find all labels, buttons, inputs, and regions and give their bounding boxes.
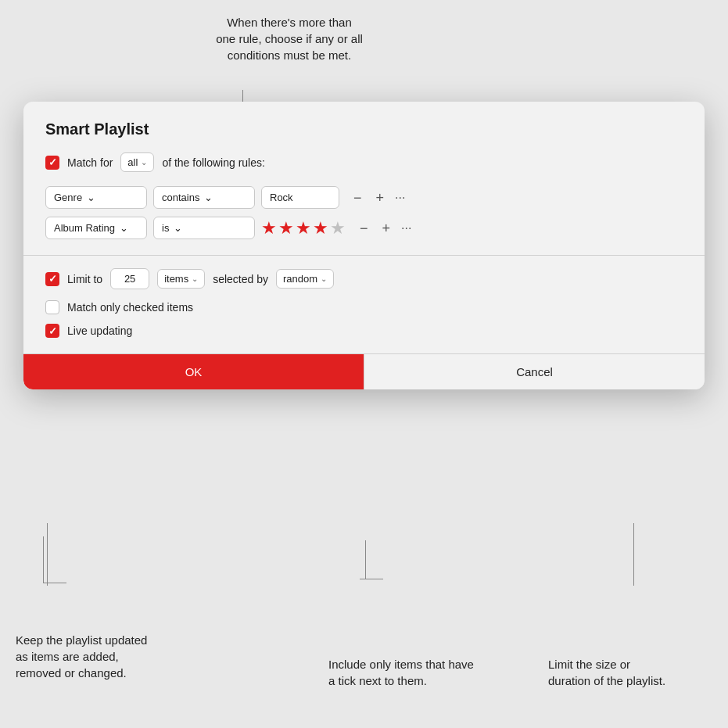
rule1-field-dropdown[interactable]: Genre ⌄ <box>45 186 147 209</box>
buttons-row: OK Cancel <box>23 353 705 389</box>
rule2-condition-dropdown[interactable]: is ⌄ <box>153 217 255 239</box>
match-only-checked-checkbox[interactable] <box>45 300 59 314</box>
bracket-line-bottom-center-h <box>360 579 383 579</box>
limit-unit-dropdown[interactable]: items ⌄ <box>157 269 205 289</box>
selected-by-label: selected by <box>213 273 268 285</box>
rule1-condition-dropdown[interactable]: contains ⌄ <box>153 186 255 209</box>
dialog-title: Smart Playlist <box>45 120 683 138</box>
rule1-actions: − + ··· <box>350 189 405 206</box>
star-3[interactable]: ★ <box>296 218 311 238</box>
rule1-field-arrow: ⌄ <box>87 192 95 203</box>
match-dropdown-arrow: ⌄ <box>141 158 147 167</box>
rule2-more-button[interactable]: ··· <box>401 221 411 235</box>
limit-unit-value: items <box>164 273 188 285</box>
smart-playlist-dialog: Smart Playlist Match for all ⌄ of the fo… <box>23 102 705 389</box>
rule1-condition-arrow: ⌄ <box>204 192 213 203</box>
match-dropdown-value: all <box>127 156 138 168</box>
selected-by-arrow: ⌄ <box>321 274 327 283</box>
limit-value-input[interactable] <box>110 268 149 289</box>
limit-checkbox[interactable] <box>45 272 59 286</box>
star-2[interactable]: ★ <box>278 218 294 238</box>
limit-unit-arrow: ⌄ <box>192 274 198 283</box>
rule1-remove-button[interactable]: − <box>350 189 365 206</box>
divider-1 <box>23 255 705 256</box>
cancel-button[interactable]: Cancel <box>364 354 705 389</box>
rule1-field-value: Genre <box>54 192 82 203</box>
star-5[interactable]: ★ <box>330 218 346 238</box>
limit-row: Limit to items ⌄ selected by random ⌄ <box>45 268 683 289</box>
match-label-after: of the following rules: <box>162 156 265 169</box>
bracket-line-bottom-right <box>633 523 634 586</box>
rule1-value-input[interactable]: Rock <box>261 186 339 209</box>
star-4[interactable]: ★ <box>313 218 328 238</box>
rule2-condition-value: is <box>162 222 169 234</box>
bottom-right-annotation: Limit the size orduration of the playlis… <box>548 656 712 689</box>
bottom-left-annotation: Keep the playlist updatedas items are ad… <box>16 632 180 681</box>
bottom-center-annotation: Include only items that havea tick next … <box>328 656 508 689</box>
bracket-line-bottom-center <box>365 540 366 579</box>
selected-by-dropdown[interactable]: random ⌄ <box>276 269 334 289</box>
rule2-remove-button[interactable]: − <box>357 220 371 237</box>
live-updating-row: Live updating <box>45 324 683 338</box>
rule2-field-dropdown[interactable]: Album Rating ⌄ <box>45 217 147 239</box>
top-annotation: When there's more than one rule, choose … <box>180 14 399 63</box>
rule1-add-button[interactable]: + <box>373 189 388 206</box>
rule1-condition-value: contains <box>162 192 199 203</box>
rule2-condition-arrow: ⌄ <box>174 222 182 234</box>
ok-button[interactable]: OK <box>23 354 364 389</box>
limit-label: Limit to <box>67 273 102 285</box>
match-checkbox[interactable] <box>45 156 59 170</box>
rule2-field-value: Album Rating <box>54 222 115 234</box>
rule2-actions: − + ··· <box>357 220 411 237</box>
live-updating-checkbox[interactable] <box>45 324 59 338</box>
match-label-before: Match for <box>67 156 113 169</box>
match-all-dropdown[interactable]: all ⌄ <box>120 152 154 172</box>
rule2-stars-value[interactable]: ★ ★ ★ ★ ★ <box>261 218 346 238</box>
match-only-checked-row: Match only checked items <box>45 300 683 314</box>
selected-by-value: random <box>283 273 317 285</box>
rule2-field-arrow: ⌄ <box>120 222 128 234</box>
match-row: Match for all ⌄ of the following rules: <box>45 152 683 172</box>
rule-row-1: Genre ⌄ contains ⌄ Rock − + ··· <box>45 186 683 209</box>
bracket-line-bottom-left <box>43 536 44 583</box>
rule2-add-button[interactable]: + <box>379 220 394 237</box>
bracket-line-top-to-dialog <box>47 523 48 586</box>
live-updating-label: Live updating <box>67 325 132 337</box>
match-only-checked-label: Match only checked items <box>67 301 193 314</box>
rules-area: Genre ⌄ contains ⌄ Rock − + ··· Album Ra… <box>45 186 683 239</box>
rule1-more-button[interactable]: ··· <box>395 191 405 205</box>
star-1[interactable]: ★ <box>261 218 277 238</box>
rule-row-2: Album Rating ⌄ is ⌄ ★ ★ ★ ★ ★ − + ··· <box>45 217 683 239</box>
